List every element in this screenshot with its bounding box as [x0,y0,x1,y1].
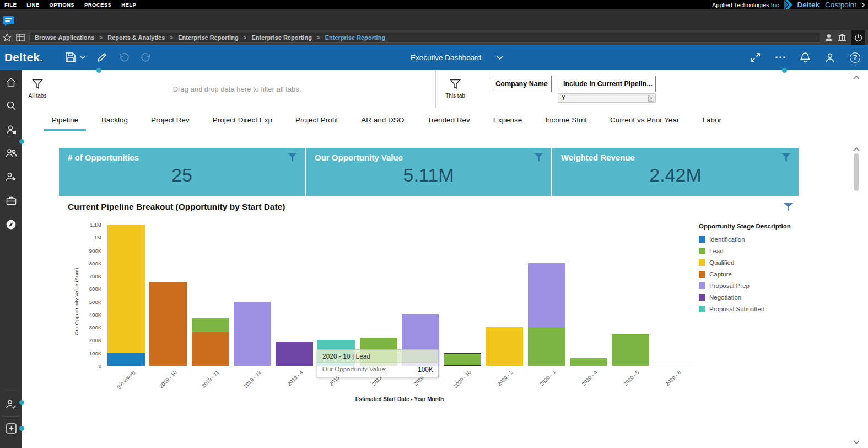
more-options-icon[interactable] [775,56,785,58]
tab-pipeline[interactable]: Pipeline [44,108,86,132]
filter-value-chip[interactable]: Y 1 [558,93,656,103]
kpi-filter-icon[interactable] [288,153,297,162]
legend-item-proposal-prep[interactable]: Proposal Prep [699,280,815,291]
favorites-star-icon[interactable] [3,33,12,42]
kpi-filter-icon[interactable] [781,153,791,162]
breadcrumb-item[interactable]: Enterprise Reporting [178,34,238,41]
legend-item-identification[interactable]: Identification [699,233,815,245]
power-icon[interactable] [851,30,865,45]
tab-expense[interactable]: Expense [486,108,530,132]
brand-costpoint: Costpoint [825,1,856,9]
message-bar [0,9,868,30]
tab-labor[interactable]: Labor [694,108,729,132]
teal-indicator-dot[interactable] [96,68,101,73]
chart-filter-icon[interactable] [784,203,793,211]
menu-line[interactable]: LINE [26,2,39,8]
scroll-up-button[interactable] [853,145,860,153]
menu-process[interactable]: PROCESS [84,2,111,8]
user-icon[interactable] [824,33,833,42]
user-check-icon[interactable] [0,392,22,416]
legend-item-lead[interactable]: Lead [699,245,815,257]
breadcrumb-item[interactable]: Reports & Analytics [107,34,165,41]
undo-button[interactable] [118,52,130,62]
legend-item-capture[interactable]: Capture [699,268,815,280]
legend-item-proposal-submitted[interactable]: Proposal Submitted [699,303,815,314]
legend-label: Negotiation [709,294,741,301]
bar-2020-5-lead[interactable] [612,334,649,366]
menu-help[interactable]: HELP [121,2,136,8]
teal-indicator-dot[interactable] [19,139,24,144]
help-icon[interactable]: ? [850,52,860,63]
dashboard-selector-label: Executive Dashboard [411,54,481,62]
bar-no-value-identification[interactable] [107,353,145,366]
filter-splitter[interactable] [435,70,439,108]
add-button[interactable] [0,417,22,440]
tab-project-profit[interactable]: Project Profit [288,108,346,132]
bar-2019-12-proposal-prep[interactable] [234,302,271,366]
bar-no-value-qualified[interactable] [107,225,145,353]
kpi-filter-icon[interactable] [534,153,543,162]
scroll-down-button[interactable] [853,438,860,446]
teal-indicator-dot[interactable] [782,68,787,73]
breadcrumb-item[interactable]: Browse Applications [35,34,94,41]
notifications-bell-icon[interactable] [800,52,810,63]
redo-button[interactable] [141,52,152,62]
user-star-icon[interactable] [0,165,22,189]
menu-file[interactable]: FILE [4,2,17,8]
bar-2019-10-capture[interactable] [149,282,187,366]
breadcrumb-item[interactable]: Enterprise Reporting [251,34,311,41]
teal-indicator-dot[interactable] [19,400,24,405]
bar-2020-3-proposal-prep[interactable] [528,263,565,327]
bar-2020-10-lead[interactable] [444,353,481,366]
x-tick-label: 2019 - 12 [242,369,262,389]
save-button[interactable] [65,52,85,63]
this-tab-filter-icon[interactable] [450,79,461,92]
apps-grid-icon[interactable] [16,34,25,41]
briefcase-icon[interactable] [0,189,22,212]
edit-pencil-button[interactable] [96,52,107,63]
user-badge-icon[interactable] [0,118,22,141]
expand-icon[interactable] [751,52,761,62]
filter-chip-company-name[interactable]: Company Name [492,76,552,92]
tooltip-value: 100K [418,366,433,374]
chat-icon[interactable] [3,16,15,29]
tab-ar-and-dso[interactable]: AR and DSO [353,108,412,132]
legend-swatch [699,271,705,278]
bar-2019-11-lead[interactable] [192,318,229,333]
tab-project-direct-exp[interactable]: Project Direct Exp [205,108,280,132]
tab-current-vs-prior-year[interactable]: Current vs Prior Year [602,108,687,132]
tab-income-stmt[interactable]: Income Stmt [537,108,595,132]
bar-2019-11-capture[interactable] [192,332,229,366]
tab-backlog[interactable]: Backlog [94,108,136,132]
chart-tooltip: 2020 - 10 | Lead Our Opportunity Value: … [317,349,439,377]
chevron-right-icon[interactable] [861,2,865,8]
home-icon[interactable] [0,70,22,94]
brand-deltek: Deltek [797,1,820,9]
tab-trended-rev[interactable]: Trended Rev [419,108,478,132]
organization-icon[interactable] [838,34,847,42]
all-tabs-filter-icon[interactable] [32,79,43,92]
legend-item-qualified[interactable]: Qualified [699,257,815,268]
compass-icon[interactable] [0,212,22,236]
legend-item-negotiation[interactable]: Negotiation [699,291,815,303]
kpi-title: # of Opportunities [68,153,139,162]
legend-label: Qualified [709,259,734,266]
bar-2019-4-negotiation[interactable] [276,342,313,366]
tab-project-rev[interactable]: Project Rev [143,108,197,132]
search-icon[interactable] [0,94,22,118]
menu-options[interactable]: OPTIONS [49,2,74,8]
bar-2020-4-lead[interactable] [570,358,607,366]
filter-drop-hint[interactable]: Drag and drop data here to filter all ta… [105,85,369,93]
y-axis-tick: 300K [65,324,101,330]
bar-2020-2-qualified[interactable] [486,327,523,366]
teal-indicator-dot[interactable] [19,426,24,431]
bar-2020-3-lead[interactable] [528,327,565,366]
profile-icon[interactable] [825,52,835,63]
scrollbar-thumb[interactable] [854,153,859,191]
dashboard-selector[interactable]: Executive Dashboard [411,45,503,70]
users-icon[interactable] [0,141,22,165]
x-tick-label: 2019 - 4 [286,369,304,387]
x-tick-label: 2020 - 2 [497,369,514,387]
scroll-up-mini-button[interactable] [853,73,860,81]
filter-chip-include-pipeline[interactable]: Include in Current Pipelin... [558,76,656,92]
